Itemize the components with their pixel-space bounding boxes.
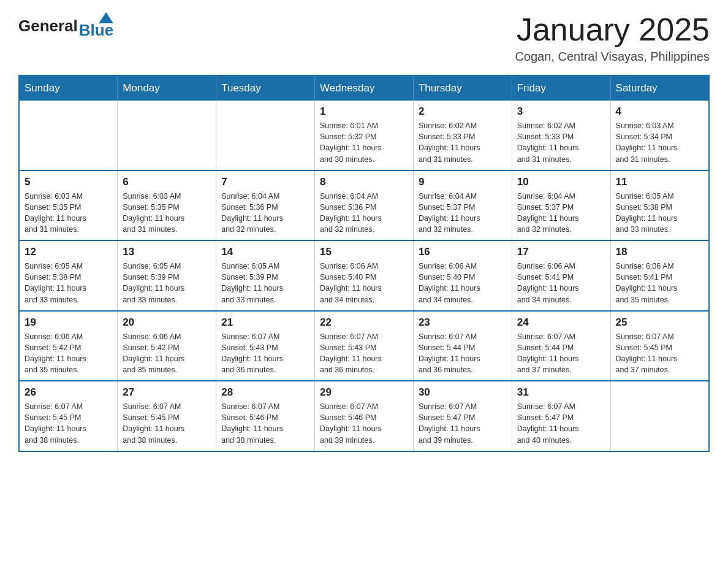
day-number: 17	[517, 246, 605, 258]
day-number: 9	[419, 176, 507, 188]
calendar-week-5: 26Sunrise: 6:07 AMSunset: 5:45 PMDayligh…	[19, 381, 709, 451]
day-number: 5	[25, 176, 112, 188]
calendar-header-wednesday: Wednesday	[315, 75, 414, 101]
location-text: Cogan, Central Visayas, Philippines	[515, 50, 710, 64]
day-number: 29	[320, 386, 408, 399]
calendar-day: 26Sunrise: 6:07 AMSunset: 5:45 PMDayligh…	[19, 381, 118, 451]
calendar-day: 23Sunrise: 6:07 AMSunset: 5:44 PMDayligh…	[413, 311, 512, 381]
day-number: 21	[221, 316, 309, 329]
day-info: Sunrise: 6:07 AMSunset: 5:43 PMDaylight:…	[221, 331, 309, 376]
calendar-day: 13Sunrise: 6:05 AMSunset: 5:39 PMDayligh…	[118, 240, 216, 311]
calendar-header-tuesday: Tuesday	[216, 75, 315, 101]
day-number: 19	[25, 316, 112, 329]
calendar-day: 12Sunrise: 6:05 AMSunset: 5:38 PMDayligh…	[19, 240, 118, 311]
logo-blue-part: Blue	[79, 12, 113, 40]
day-info: Sunrise: 6:07 AMSunset: 5:46 PMDaylight:…	[320, 401, 408, 446]
calendar-day: 31Sunrise: 6:07 AMSunset: 5:47 PMDayligh…	[512, 381, 610, 451]
calendar-day: 11Sunrise: 6:05 AMSunset: 5:38 PMDayligh…	[610, 170, 709, 241]
calendar-day	[118, 101, 216, 170]
day-info: Sunrise: 6:06 AMSunset: 5:40 PMDaylight:…	[320, 261, 408, 305]
day-info: Sunrise: 6:05 AMSunset: 5:38 PMDaylight:…	[25, 261, 112, 305]
calendar-header-monday: Monday	[118, 75, 216, 101]
day-info: Sunrise: 6:03 AMSunset: 5:35 PMDaylight:…	[123, 191, 211, 236]
day-number: 28	[221, 386, 309, 399]
day-info: Sunrise: 6:07 AMSunset: 5:44 PMDaylight:…	[517, 331, 605, 376]
calendar-day: 7Sunrise: 6:04 AMSunset: 5:36 PMDaylight…	[216, 170, 315, 241]
day-info: Sunrise: 6:02 AMSunset: 5:33 PMDaylight:…	[419, 120, 507, 165]
day-info: Sunrise: 6:06 AMSunset: 5:41 PMDaylight:…	[616, 261, 703, 305]
day-info: Sunrise: 6:06 AMSunset: 5:41 PMDaylight:…	[517, 261, 605, 305]
day-number: 3	[517, 105, 605, 118]
day-number: 12	[25, 246, 112, 258]
calendar-day: 1Sunrise: 6:01 AMSunset: 5:32 PMDaylight…	[315, 101, 414, 170]
day-number: 26	[25, 386, 112, 399]
calendar-day: 22Sunrise: 6:07 AMSunset: 5:43 PMDayligh…	[315, 311, 414, 381]
calendar-day: 30Sunrise: 6:07 AMSunset: 5:47 PMDayligh…	[413, 381, 512, 451]
calendar-day: 17Sunrise: 6:06 AMSunset: 5:41 PMDayligh…	[512, 240, 610, 311]
calendar-day: 9Sunrise: 6:04 AMSunset: 5:37 PMDaylight…	[413, 170, 512, 241]
calendar-day: 16Sunrise: 6:06 AMSunset: 5:40 PMDayligh…	[413, 240, 512, 311]
day-number: 6	[123, 176, 211, 188]
day-number: 27	[123, 386, 211, 399]
day-info: Sunrise: 6:07 AMSunset: 5:45 PMDaylight:…	[123, 401, 211, 446]
day-info: Sunrise: 6:03 AMSunset: 5:35 PMDaylight:…	[25, 191, 112, 236]
calendar-day: 27Sunrise: 6:07 AMSunset: 5:45 PMDayligh…	[118, 381, 216, 451]
calendar-header-sunday: Sunday	[19, 75, 118, 101]
day-number: 31	[517, 386, 605, 399]
day-number: 13	[123, 246, 211, 258]
day-info: Sunrise: 6:03 AMSunset: 5:34 PMDaylight:…	[616, 120, 703, 165]
day-info: Sunrise: 6:07 AMSunset: 5:45 PMDaylight:…	[616, 331, 703, 376]
day-number: 7	[221, 176, 309, 188]
calendar-week-2: 5Sunrise: 6:03 AMSunset: 5:35 PMDaylight…	[19, 170, 709, 241]
calendar-day: 4Sunrise: 6:03 AMSunset: 5:34 PMDaylight…	[610, 101, 709, 170]
calendar-week-4: 19Sunrise: 6:06 AMSunset: 5:42 PMDayligh…	[19, 311, 709, 381]
calendar-day: 8Sunrise: 6:04 AMSunset: 5:36 PMDaylight…	[315, 170, 414, 241]
day-info: Sunrise: 6:05 AMSunset: 5:39 PMDaylight:…	[221, 261, 309, 305]
day-info: Sunrise: 6:04 AMSunset: 5:36 PMDaylight:…	[221, 191, 309, 236]
day-info: Sunrise: 6:07 AMSunset: 5:46 PMDaylight:…	[221, 401, 309, 446]
calendar-day: 28Sunrise: 6:07 AMSunset: 5:46 PMDayligh…	[216, 381, 315, 451]
day-number: 8	[320, 176, 408, 188]
calendar-header-saturday: Saturday	[610, 75, 709, 101]
calendar-day: 2Sunrise: 6:02 AMSunset: 5:33 PMDaylight…	[413, 101, 512, 170]
day-number: 30	[419, 386, 507, 399]
day-info: Sunrise: 6:05 AMSunset: 5:39 PMDaylight:…	[123, 261, 211, 305]
day-number: 16	[419, 246, 507, 258]
calendar-day: 18Sunrise: 6:06 AMSunset: 5:41 PMDayligh…	[610, 240, 709, 311]
calendar-day: 6Sunrise: 6:03 AMSunset: 5:35 PMDaylight…	[118, 170, 216, 241]
day-number: 1	[320, 105, 408, 118]
day-number: 11	[616, 176, 703, 188]
day-info: Sunrise: 6:07 AMSunset: 5:43 PMDaylight:…	[320, 331, 408, 376]
day-info: Sunrise: 6:06 AMSunset: 5:42 PMDaylight:…	[123, 331, 211, 376]
day-number: 23	[419, 316, 507, 329]
calendar-day: 14Sunrise: 6:05 AMSunset: 5:39 PMDayligh…	[216, 240, 315, 311]
day-number: 18	[616, 246, 703, 258]
day-info: Sunrise: 6:05 AMSunset: 5:38 PMDaylight:…	[616, 191, 703, 236]
day-info: Sunrise: 6:04 AMSunset: 5:37 PMDaylight:…	[419, 191, 507, 236]
day-info: Sunrise: 6:04 AMSunset: 5:36 PMDaylight:…	[320, 191, 408, 236]
logo: General Blue	[18, 12, 113, 40]
calendar-day: 24Sunrise: 6:07 AMSunset: 5:44 PMDayligh…	[512, 311, 610, 381]
day-number: 2	[419, 105, 507, 118]
day-info: Sunrise: 6:06 AMSunset: 5:42 PMDaylight:…	[25, 331, 112, 376]
day-number: 22	[320, 316, 408, 329]
calendar-day: 10Sunrise: 6:04 AMSunset: 5:37 PMDayligh…	[512, 170, 610, 241]
calendar-day: 3Sunrise: 6:02 AMSunset: 5:33 PMDaylight…	[512, 101, 610, 170]
calendar-header-thursday: Thursday	[413, 75, 512, 101]
day-number: 14	[221, 246, 309, 258]
title-section: January 2025 Cogan, Central Visayas, Phi…	[515, 12, 710, 64]
page-header: General Blue January 2025 Cogan, Central…	[18, 12, 710, 64]
calendar-day	[19, 101, 118, 170]
day-info: Sunrise: 6:07 AMSunset: 5:45 PMDaylight:…	[25, 401, 112, 446]
calendar-day: 25Sunrise: 6:07 AMSunset: 5:45 PMDayligh…	[610, 311, 709, 381]
logo-general-text: General	[18, 17, 78, 36]
day-info: Sunrise: 6:07 AMSunset: 5:47 PMDaylight:…	[517, 401, 605, 446]
calendar-day: 20Sunrise: 6:06 AMSunset: 5:42 PMDayligh…	[118, 311, 216, 381]
calendar-day	[610, 381, 709, 451]
day-number: 10	[517, 176, 605, 188]
day-number: 20	[123, 316, 211, 329]
day-info: Sunrise: 6:07 AMSunset: 5:47 PMDaylight:…	[419, 401, 507, 446]
calendar-header-row: SundayMondayTuesdayWednesdayThursdayFrid…	[19, 75, 709, 101]
day-info: Sunrise: 6:01 AMSunset: 5:32 PMDaylight:…	[320, 120, 408, 165]
day-info: Sunrise: 6:02 AMSunset: 5:33 PMDaylight:…	[517, 120, 605, 165]
